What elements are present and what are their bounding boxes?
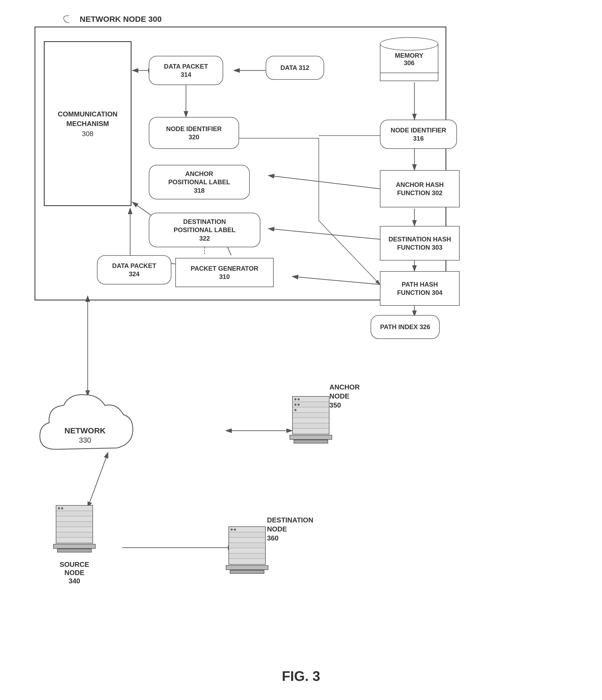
- fig-label: FIG. 3: [282, 668, 320, 684]
- memory-306: MEMORY 306: [380, 37, 438, 85]
- communication-mechanism: COMMUNICATION MECHANISM 308: [44, 41, 131, 206]
- network-node-label: NETWORK NODE 300: [61, 15, 161, 24]
- anchor-positional-label: ANCHOR POSITIONAL LABEL 318: [149, 165, 250, 199]
- data-packet-314: DATA PACKET 314: [149, 56, 223, 85]
- destination-node: DESTINATIONNODE360: [226, 526, 268, 580]
- destination-hash-function: DESTINATION HASH FUNCTION 303: [380, 226, 460, 260]
- svg-text:NETWORK: NETWORK: [64, 426, 106, 435]
- path-hash-function: PATH HASH FUNCTION 304: [380, 271, 460, 306]
- node-identifier-316: NODE IDENTIFIER 316: [380, 120, 457, 149]
- diagram-container: NETWORK NODE 300 COMMUNICATION MECHANISM…: [0, 0, 602, 700]
- path-index: PATH INDEX 326: [371, 315, 440, 339]
- anchor-hash-function: ANCHOR HASH FUNCTION 302: [380, 170, 460, 207]
- anchor-node: ANCHORNODE350: [290, 396, 332, 449]
- comm-mechanism-id: 308: [45, 130, 131, 138]
- packet-generator: PACKET GENERATOR 310: [175, 258, 273, 287]
- data-312: DATA 312: [266, 56, 324, 80]
- svg-text:330: 330: [79, 436, 91, 444]
- network-cloud: NETWORK 330: [34, 391, 135, 466]
- comm-mechanism-text: COMMUNICATION MECHANISM: [45, 109, 131, 129]
- source-node: SOURCENODE340: [53, 505, 96, 585]
- node-identifier-320: NODE IDENTIFIER 320: [149, 117, 239, 149]
- data-packet-324: DATA PACKET 324: [97, 255, 172, 284]
- destination-positional-label: DESTINATION POSITIONAL LABEL 322: [149, 213, 260, 247]
